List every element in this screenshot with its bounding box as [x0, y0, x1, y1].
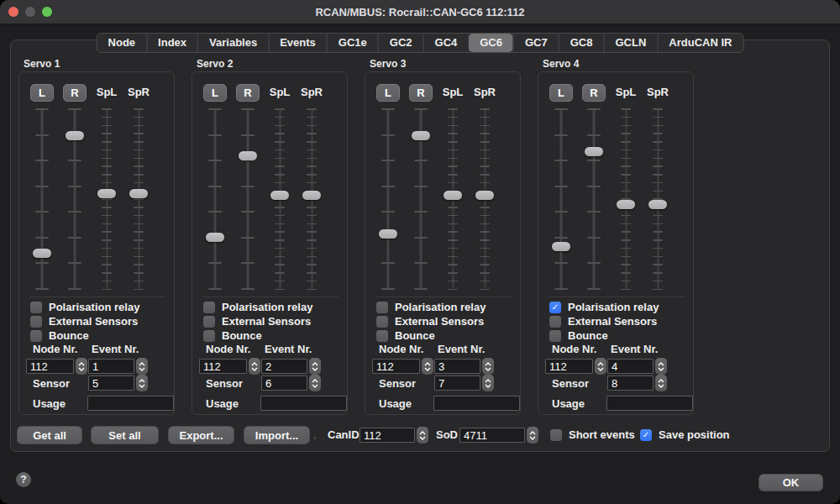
- servo-4-checkbox-polarisation-relay[interactable]: ✓: [549, 302, 561, 313]
- slider-thumb[interactable]: [270, 191, 289, 200]
- servo-4-slider-spr[interactable]: [648, 108, 667, 290]
- servo-1-event-nr-field[interactable]: [88, 359, 134, 374]
- servo-2-slider-r[interactable]: [239, 108, 257, 290]
- servo-1-slider-l[interactable]: [33, 108, 51, 290]
- servo-2-checkbox-polarisation-relay[interactable]: [203, 302, 215, 313]
- servo-3-sensor-field[interactable]: [434, 375, 480, 391]
- servo-2-checkbox-bounce[interactable]: [203, 330, 215, 342]
- servo-1-sensor-field[interactable]: [88, 375, 134, 391]
- tab-gc7[interactable]: GC7: [513, 34, 559, 52]
- servo-1-event-nr-stepper[interactable]: [136, 358, 148, 375]
- servo-3-checkbox-bounce[interactable]: [376, 330, 388, 342]
- ok-button[interactable]: OK: [759, 474, 823, 491]
- tab-events[interactable]: Events: [268, 34, 327, 52]
- slider-thumb[interactable]: [66, 131, 84, 140]
- servo-2-node-nr-stepper[interactable]: [249, 358, 260, 375]
- servo-4-node-nr-stepper[interactable]: [595, 358, 606, 375]
- servo-3-checkbox-polarisation-relay[interactable]: [376, 302, 388, 313]
- servo-3-slider-spl[interactable]: [444, 108, 462, 290]
- servo-4-checkbox-external-sensors[interactable]: [549, 316, 561, 328]
- servo-3-checkbox-external-sensors[interactable]: [376, 316, 388, 328]
- servo-3-node-nr-field[interactable]: [372, 359, 420, 374]
- export-button[interactable]: Export...: [168, 426, 234, 444]
- servo-2-slider-spl[interactable]: [270, 108, 289, 290]
- tab-index[interactable]: Index: [146, 34, 197, 52]
- servo-2-node-nr-field[interactable]: [199, 359, 247, 374]
- servo-1-sensor-stepper[interactable]: [136, 375, 148, 391]
- toolbar-checkbox-save-position[interactable]: ✓: [640, 429, 652, 441]
- servo-3-slider-r[interactable]: [412, 108, 430, 290]
- tab-variables[interactable]: Variables: [197, 34, 268, 52]
- slider-thumb[interactable]: [129, 189, 148, 198]
- get-all-button[interactable]: Get all: [17, 426, 82, 444]
- servo-4-sensor-field[interactable]: [607, 375, 654, 391]
- servo-1-l-toggle-button[interactable]: L: [30, 84, 54, 102]
- servo-2-usage-field[interactable]: [260, 396, 347, 411]
- servo-2-l-toggle-button[interactable]: L: [203, 84, 227, 102]
- help-button[interactable]: ?: [16, 472, 31, 487]
- tab-arducan-ir[interactable]: ArduCAN IR: [657, 34, 743, 52]
- tab-gc8[interactable]: GC8: [559, 34, 604, 52]
- servo-3-node-nr-stepper[interactable]: [422, 358, 433, 375]
- servo-1-usage-field[interactable]: [87, 396, 174, 411]
- servo-3-event-nr-field[interactable]: [434, 359, 480, 374]
- title-bar[interactable]: RCAN/MBUS: Rocrail::CAN-GC6 112:112: [0, 0, 840, 24]
- servo-3-usage-field[interactable]: [433, 396, 520, 411]
- servo-1-node-nr-field[interactable]: [26, 359, 74, 374]
- tab-gcln[interactable]: GCLN: [603, 34, 657, 52]
- slider-thumb[interactable]: [239, 151, 257, 160]
- zoom-icon[interactable]: [42, 7, 52, 17]
- servo-2-slider-l[interactable]: [206, 108, 224, 290]
- servo-4-node-nr-field[interactable]: [545, 359, 593, 374]
- servo-3-slider-spr[interactable]: [475, 108, 494, 290]
- servo-4-event-nr-field[interactable]: [607, 359, 654, 374]
- slider-thumb[interactable]: [552, 242, 570, 251]
- servo-1-checkbox-bounce[interactable]: [30, 330, 42, 342]
- canid-stepper[interactable]: [417, 427, 428, 444]
- canid-field[interactable]: [360, 428, 415, 443]
- servo-2-checkbox-external-sensors[interactable]: [203, 316, 215, 328]
- slider-thumb[interactable]: [379, 229, 397, 239]
- servo-1-slider-spl[interactable]: [97, 108, 116, 290]
- servo-4-l-toggle-button[interactable]: L: [549, 84, 573, 102]
- servo-4-slider-l[interactable]: [552, 108, 570, 290]
- servo-2-sensor-field[interactable]: [261, 375, 307, 391]
- tab-gc2[interactable]: GC2: [378, 34, 423, 52]
- slider-thumb[interactable]: [97, 189, 116, 198]
- servo-2-sensor-stepper[interactable]: [309, 375, 321, 391]
- tab-gc1e[interactable]: GC1e: [327, 34, 378, 52]
- servo-1-slider-r[interactable]: [66, 108, 84, 290]
- servo-2-r-toggle-button[interactable]: R: [236, 84, 260, 102]
- servo-4-usage-field[interactable]: [606, 396, 693, 411]
- minimize-icon[interactable]: [25, 7, 35, 17]
- slider-thumb[interactable]: [617, 200, 635, 209]
- servo-4-event-nr-stepper[interactable]: [655, 358, 667, 375]
- servo-3-event-nr-stepper[interactable]: [482, 358, 494, 375]
- slider-thumb[interactable]: [412, 131, 430, 140]
- servo-4-slider-spl[interactable]: [617, 108, 635, 290]
- servo-3-r-toggle-button[interactable]: R: [409, 84, 433, 102]
- servo-2-event-nr-field[interactable]: [261, 359, 307, 374]
- slider-thumb[interactable]: [302, 191, 321, 200]
- slider-thumb[interactable]: [648, 200, 667, 209]
- servo-3-sensor-stepper[interactable]: [482, 375, 494, 391]
- servo-3-l-toggle-button[interactable]: L: [376, 84, 400, 102]
- close-icon[interactable]: [8, 7, 18, 17]
- servo-4-sensor-stepper[interactable]: [655, 375, 667, 391]
- slider-thumb[interactable]: [33, 249, 51, 258]
- servo-4-r-toggle-button[interactable]: R: [582, 84, 606, 102]
- servo-2-slider-spr[interactable]: [302, 108, 321, 290]
- import-button[interactable]: Import...: [244, 426, 310, 444]
- servo-1-r-toggle-button[interactable]: R: [63, 84, 87, 102]
- servo-2-event-nr-stepper[interactable]: [309, 358, 321, 375]
- servo-3-slider-l[interactable]: [379, 108, 397, 290]
- slider-thumb[interactable]: [585, 147, 603, 156]
- servo-4-checkbox-bounce[interactable]: [549, 330, 561, 342]
- sod-stepper[interactable]: [527, 427, 538, 444]
- tab-gc6[interactable]: GC6: [468, 34, 513, 52]
- servo-1-checkbox-external-sensors[interactable]: [30, 316, 42, 328]
- servo-1-node-nr-stepper[interactable]: [76, 358, 87, 375]
- toolbar-checkbox-short-events[interactable]: [550, 429, 562, 441]
- servo-4-slider-r[interactable]: [585, 108, 603, 290]
- tab-gc4[interactable]: GC4: [423, 34, 469, 52]
